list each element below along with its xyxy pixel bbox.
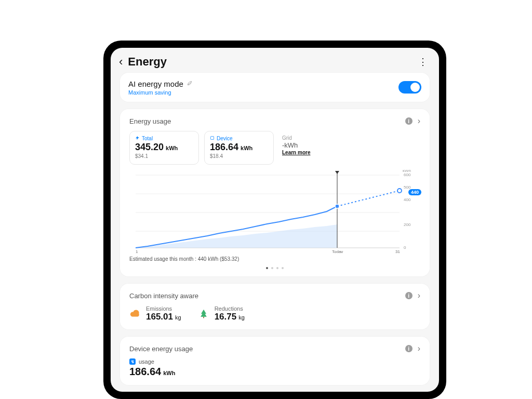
leaf-icon	[187, 79, 193, 88]
tile-grid-label: Grid	[282, 135, 292, 141]
device-usage-unit: kWh	[163, 370, 175, 376]
svg-point-14	[397, 189, 402, 193]
chevron-right-icon[interactable]: ›	[418, 291, 420, 300]
ai-mode-subtitle: Maximum saving	[128, 89, 193, 96]
tile-grid-value: -kWh	[282, 141, 298, 149]
reductions-value: 16.75	[215, 312, 237, 322]
chart-svg: 600 500 400 200 0 kWh	[129, 170, 420, 253]
estimate-line: Estimated usage this month : 440 kWh ($5…	[129, 256, 420, 262]
tile-grid[interactable]: Grid -kWh Learn more	[279, 131, 345, 165]
tile-grid-learn-more[interactable]: Learn more	[282, 150, 340, 155]
tile-device-value: 186.64	[210, 142, 238, 153]
emissions-unit: kg	[175, 314, 181, 321]
svg-marker-12	[335, 171, 339, 174]
ai-energy-mode-card[interactable]: AI energy mode Maximum saving	[120, 73, 430, 102]
reductions-unit: kg	[238, 314, 245, 321]
svg-text:200: 200	[404, 222, 411, 227]
carbon-header[interactable]: Carbon intensity aware i ›	[129, 291, 420, 300]
ai-mode-texts: AI energy mode Maximum saving	[128, 79, 193, 96]
tablet-frame: ‹ Energy ⋮ AI energy mode Maximum saving	[103, 41, 446, 399]
carbon-emissions: Emissions 165.01 kg	[129, 305, 181, 322]
usage-chart: 600 500 400 200 0 kWh	[129, 170, 420, 253]
tile-total-sub: $34.1	[135, 153, 193, 159]
svg-rect-0	[211, 137, 214, 140]
chart-today-label: Today	[332, 249, 343, 253]
ai-mode-toggle[interactable]	[398, 81, 421, 94]
device-icon	[210, 136, 215, 141]
svg-text:0: 0	[404, 245, 406, 250]
carbon-card: Carbon intensity aware i › Emissions 165…	[120, 284, 430, 329]
tile-device-sub: $18.4	[210, 153, 268, 159]
svg-rect-17	[203, 317, 204, 318]
info-icon[interactable]: i	[405, 117, 413, 125]
svg-text:1: 1	[136, 249, 138, 253]
more-menu-button[interactable]: ⋮	[418, 56, 430, 68]
tile-total-value: 345.20	[135, 142, 164, 153]
emissions-label: Emissions	[146, 305, 181, 312]
content: AI energy mode Maximum saving Energy usa…	[111, 73, 439, 392]
screen: ‹ Energy ⋮ AI energy mode Maximum saving	[111, 48, 439, 392]
energy-usage-header[interactable]: Energy usage i ›	[129, 116, 420, 126]
tile-total-label: Total	[142, 136, 153, 141]
device-usage-title: Device energy usage	[129, 345, 405, 353]
reductions-label: Reductions	[215, 305, 245, 312]
energy-usage-title: Energy usage	[129, 117, 405, 125]
emissions-value: 165.01	[146, 312, 173, 322]
tile-device-label: Device	[217, 136, 233, 141]
svg-text:400: 400	[404, 197, 411, 202]
tile-total-unit: kWh	[166, 145, 178, 151]
energy-usage-card: Energy usage i › Total 345.20	[120, 109, 430, 276]
svg-text:600: 600	[404, 172, 411, 177]
device-usage-header[interactable]: Device energy usage i ›	[129, 344, 420, 353]
ai-mode-title: AI energy mode	[128, 79, 183, 88]
page-title: Energy	[128, 55, 418, 69]
app-header: ‹ Energy ⋮	[111, 48, 439, 73]
tile-total[interactable]: Total 345.20 kWh $34.1	[129, 131, 199, 165]
carbon-reductions: Reductions 16.75 kg	[198, 305, 245, 322]
device-usage-label: usage	[139, 358, 154, 365]
carbon-title: Carbon intensity aware	[129, 292, 405, 300]
chevron-right-icon[interactable]: ›	[418, 344, 420, 353]
bolt-icon	[135, 136, 140, 141]
usage-tiles: Total 345.20 kWh $34.1 D	[129, 131, 420, 165]
page-indicator[interactable]	[129, 267, 420, 269]
device-usage-value: 186.64	[129, 366, 161, 378]
info-icon[interactable]: i	[405, 345, 413, 352]
info-icon[interactable]: i	[405, 292, 413, 299]
tree-icon	[198, 308, 209, 320]
cloud-icon	[129, 308, 141, 320]
projection-pill: 440	[408, 187, 421, 196]
back-button[interactable]: ‹	[119, 55, 123, 69]
device-usage-card: Device energy usage i › ↯ usage 186.64 k…	[120, 337, 430, 385]
chevron-right-icon[interactable]: ›	[418, 116, 420, 126]
usage-badge-icon: ↯	[129, 358, 136, 365]
tile-device-unit: kWh	[241, 145, 252, 151]
chart-unit-label: kWh	[403, 170, 411, 173]
svg-text:31: 31	[395, 249, 400, 253]
tile-device[interactable]: Device 186.64 kWh $18.4	[204, 131, 274, 165]
